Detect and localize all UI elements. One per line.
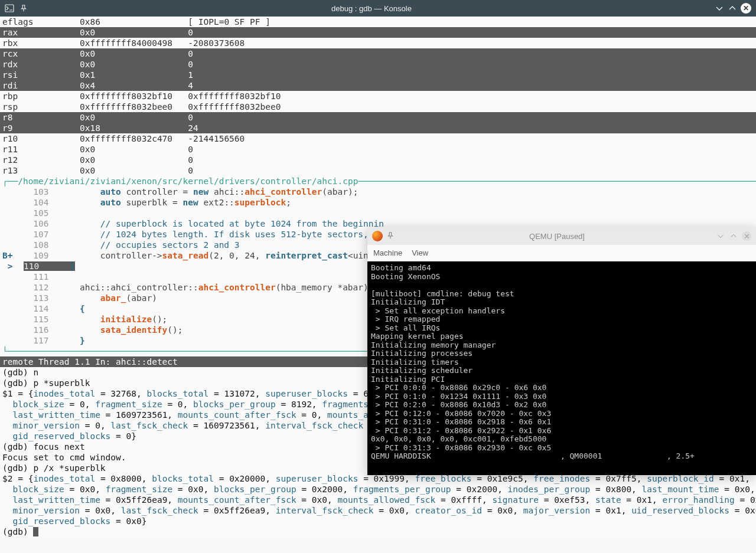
qemu-title: QEMU [Paused] [398, 232, 716, 241]
close-icon[interactable]: ✕ [741, 3, 751, 14]
register-row: r12 0x0 0 [0, 155, 756, 165]
register-row: r9 0x18 24 [0, 123, 756, 133]
svg-rect-0 [5, 5, 14, 12]
qemu-window[interactable]: QEMU [Paused] ✕ Machine View Booting amd… [367, 227, 756, 475]
window-title: debug : gdb — Konsole [28, 4, 715, 13]
register-pane: eflags 0x86 [ IOPL=0 SF PF ]rax 0x0 0rbx… [0, 17, 756, 176]
terminal-icon [5, 4, 14, 13]
maximize-icon[interactable] [728, 4, 737, 13]
source-line: 104 auto superblk = new ext2::superblock… [0, 197, 756, 208]
minimize-icon[interactable] [715, 4, 724, 13]
register-row: rdi 0x4 4 [0, 80, 756, 91]
gdb-line: last_written_time = 0x5ff26ea9, mounts_c… [0, 495, 756, 505]
register-row: rbx 0xffffffff84000498 -2080373608 [0, 38, 756, 48]
register-row: rdx 0x0 0 [0, 59, 756, 70]
register-row: r11 0x0 0 [0, 144, 756, 155]
menu-view[interactable]: View [412, 248, 428, 257]
register-row: eflags 0x86 [ IOPL=0 SF PF ] [0, 17, 756, 27]
pin-icon[interactable] [386, 231, 395, 241]
gdb-line: (gdb) [0, 526, 756, 537]
register-row: rsp 0xffffffff8032bee0 0xffffffff8032bee… [0, 102, 756, 112]
source-line: 103 auto controller = new ahci::ahci_con… [0, 186, 756, 197]
menu-machine[interactable]: Machine [373, 248, 402, 257]
maximize-icon[interactable] [729, 231, 738, 241]
minimize-icon[interactable] [716, 231, 725, 241]
source-line: 105 [0, 208, 756, 218]
konsole-titlebar: debug : gdb — Konsole ✕ [0, 0, 756, 17]
gdb-line: block_size = 0x0, fragment_size = 0x0, b… [0, 484, 756, 495]
register-row: rax 0x0 0 [0, 27, 756, 38]
qemu-titlebar: QEMU [Paused] ✕ [367, 227, 756, 245]
gdb-line: minor_version = 0x0, last_fsck_check = 0… [0, 505, 756, 516]
register-row: r10 0xffffffff8032c470 -2144156560 [0, 133, 756, 144]
qemu-icon [372, 231, 383, 241]
qemu-console: Booting amd64 Booting XenonOS [multiboot… [367, 261, 756, 475]
register-row: r13 0x0 0 [0, 165, 756, 176]
register-row: rcx 0x0 0 [0, 48, 756, 59]
register-row: rsi 0x1 1 [0, 70, 756, 80]
close-icon[interactable]: ✕ [742, 231, 751, 241]
register-row: r8 0x0 0 [0, 112, 756, 123]
pin-icon[interactable] [19, 4, 28, 13]
source-path-separator: ┌──/home/ziviani/ziviani/xenon/src/kerne… [0, 176, 756, 186]
register-row: rbp 0xffffffff8032bf10 0xffffffff8032bf1… [0, 91, 756, 102]
gdb-line: gid_reserved_blocks = 0x0} [0, 516, 756, 526]
qemu-menu: Machine View [367, 245, 756, 261]
